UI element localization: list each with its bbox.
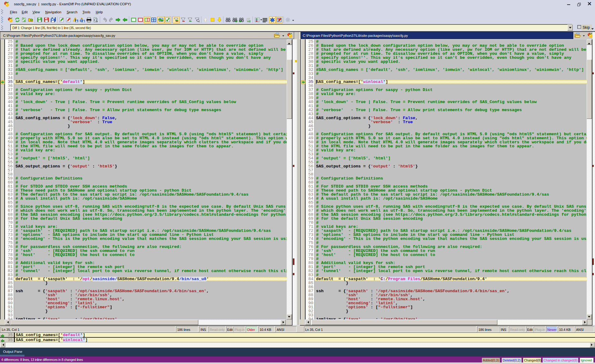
svg-text:AB: AB [247,20,251,23]
